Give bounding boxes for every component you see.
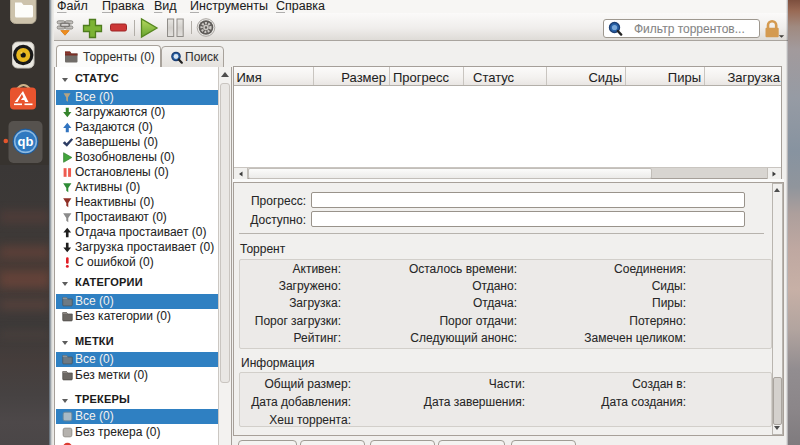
svg-text:qb: qb bbox=[18, 134, 34, 149]
